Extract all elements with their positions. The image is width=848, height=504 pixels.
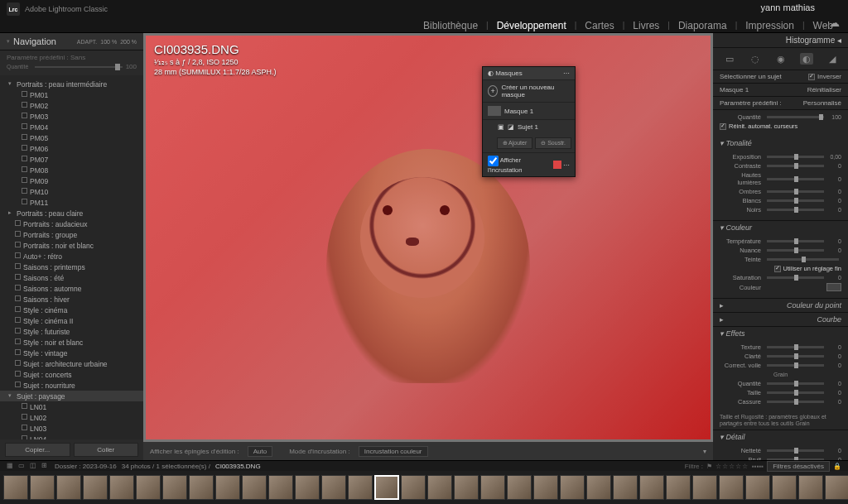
tree-item[interactable]: Saisons : hiver <box>0 294 143 305</box>
tree-item[interactable]: Auto+ : rétro <box>0 251 143 262</box>
auto-sliders-checkbox[interactable] <box>720 123 726 130</box>
filmstrip-thumb[interactable] <box>586 475 611 500</box>
tint-slider[interactable] <box>767 249 824 252</box>
filmstrip-thumb[interactable] <box>825 475 848 500</box>
invert-checkbox[interactable] <box>808 74 815 80</box>
star-icons[interactable]: ☆☆☆☆☆ <box>716 463 749 470</box>
subtract-mask-button[interactable]: ⊖ Soustr. <box>535 137 571 149</box>
tree-item[interactable]: Style : cinéma <box>0 305 143 315</box>
tex-slider[interactable] <box>767 346 824 348</box>
crop-tool-icon[interactable]: ▭ <box>723 53 736 65</box>
filmstrip-thumb[interactable] <box>613 475 638 500</box>
filmstrip-thumb[interactable] <box>56 475 81 500</box>
sec-point-head[interactable]: Couleur du point <box>713 299 848 312</box>
nav-header[interactable]: ▾ Navigation ADAPT. 100 % 200 % <box>0 33 143 50</box>
masks-panel[interactable]: ◐ Masques ⋯ + Créer un nouveau masque Ma… <box>482 66 576 177</box>
add-mask-button[interactable]: ⊕ Ajouter <box>497 137 533 149</box>
heal-tool-icon[interactable]: ◌ <box>749 53 762 65</box>
tree-leaf[interactable]: PM11 <box>0 197 143 208</box>
filter-preset-select[interactable]: Filtres désactivés <box>767 461 830 472</box>
filmstrip-thumb[interactable] <box>162 475 187 500</box>
overlay-checkbox[interactable] <box>488 156 499 166</box>
tree-leaf[interactable]: LN02 <box>0 412 143 423</box>
color-swatch-icon[interactable] <box>826 283 841 291</box>
filmstrip-thumb[interactable] <box>560 475 585 500</box>
tree-leaf[interactable]: PM05 <box>0 132 143 143</box>
image-viewport[interactable]: CI003935.DNG ¹⁄₁₂₅ s à ƒ / 2,8, ISO 1250… <box>143 33 713 460</box>
overlay-menu-icon[interactable]: ⋯ <box>563 161 570 169</box>
mask-item-1[interactable]: Masque 1 <box>483 102 575 119</box>
filmstrip-thumb[interactable] <box>215 475 240 500</box>
grain-size-slider[interactable] <box>767 391 824 394</box>
quantity-slider[interactable] <box>35 66 123 68</box>
exp-slider[interactable] <box>767 156 824 158</box>
tree-item[interactable]: Style : noir et blanc <box>0 337 143 348</box>
overlay-mode-select[interactable]: Incrustation couleur <box>359 446 428 457</box>
tree-leaf[interactable]: LN01 <box>0 401 143 412</box>
tree-leaf[interactable]: PM07 <box>0 154 143 165</box>
sec-detail-head[interactable]: Détail <box>726 433 745 441</box>
filmstrip-thumb[interactable] <box>83 475 108 500</box>
tree-leaf[interactable]: PM02 <box>0 100 143 111</box>
tree-item[interactable]: Saisons : été <box>0 272 143 283</box>
module-map[interactable]: Cartes <box>580 20 619 31</box>
plus-icon[interactable]: + <box>488 85 498 97</box>
filmstrip-thumb[interactable] <box>772 475 797 500</box>
filmstrip-thumb[interactable] <box>295 475 320 500</box>
done-chevron-icon[interactable]: ▾ <box>703 448 706 455</box>
tree-leaf[interactable]: LN04 <box>0 434 143 439</box>
copy-button[interactable]: Copier... <box>5 443 70 457</box>
tree-item[interactable]: Portraits : groupe <box>0 229 143 240</box>
preset-value[interactable]: Personnalisé <box>803 99 841 107</box>
filmstrip-thumb[interactable] <box>798 475 823 500</box>
wh-slider[interactable] <box>767 199 824 202</box>
flag-icon[interactable]: ⚑ <box>706 463 712 470</box>
filmstrip-thumb[interactable] <box>321 475 346 500</box>
hl-slider[interactable] <box>767 178 824 180</box>
tree-item[interactable]: Style : vintage <box>0 348 143 358</box>
sec-color-head[interactable]: Couleur <box>726 223 753 232</box>
filmstrip-thumb[interactable] <box>189 475 214 500</box>
select-subject-button[interactable]: Sélectionner un sujet <box>720 73 782 80</box>
grain-amt-slider[interactable] <box>767 382 824 385</box>
tree-leaf[interactable]: PM01 <box>0 89 143 100</box>
tree-item[interactable]: Portraits : audacieux <box>0 218 143 229</box>
tree-leaf[interactable]: PM10 <box>0 186 143 197</box>
tree-leaf[interactable]: PM08 <box>0 165 143 175</box>
filmstrip-thumb[interactable] <box>374 475 399 500</box>
temp-slider[interactable] <box>767 240 824 242</box>
filmstrip-thumb[interactable] <box>666 475 691 500</box>
overlay-color-swatch[interactable] <box>553 161 561 169</box>
sec-tone-head[interactable]: Tonalité <box>726 139 752 147</box>
filmstrip-thumb[interactable] <box>268 475 293 500</box>
filmstrip-thumb[interactable] <box>480 475 505 500</box>
paste-button[interactable]: Coller <box>74 443 139 457</box>
sharp-slider[interactable] <box>767 449 824 452</box>
tree-leaf[interactable]: LN03 <box>0 423 143 434</box>
tree-leaf[interactable]: PM03 <box>0 111 143 122</box>
module-slideshow[interactable]: Diaporama <box>673 20 732 31</box>
module-book[interactable]: Livres <box>628 20 664 31</box>
filmstrip-thumb[interactable] <box>719 475 744 500</box>
tree-item[interactable]: Sujet : nourriture <box>0 380 143 391</box>
pins-select[interactable]: Auto <box>248 446 272 457</box>
filmstrip-thumb[interactable] <box>533 475 558 500</box>
filmstrip-thumb[interactable] <box>348 475 373 500</box>
con-slider[interactable] <box>767 165 824 167</box>
noise-slider[interactable] <box>767 458 824 460</box>
filmstrip[interactable] <box>0 471 848 504</box>
filmstrip-thumb[interactable] <box>639 475 664 500</box>
color-labels[interactable]: ▪▪▪▪▪ <box>752 463 764 470</box>
preset-tree[interactable]: Portraits : peau intermédiairePM01PM02PM… <box>0 75 143 439</box>
tree-leaf[interactable]: PM04 <box>0 122 143 132</box>
create-mask-row[interactable]: + Créer un nouveau masque <box>483 79 575 102</box>
tree-item[interactable]: Saisons : printemps <box>0 262 143 272</box>
redeye-tool-icon[interactable]: ◉ <box>774 53 788 65</box>
survey-icon[interactable]: ⊞ <box>41 462 50 470</box>
cla-slider[interactable] <box>767 355 824 358</box>
tree-item[interactable]: Saisons : automne <box>0 283 143 294</box>
filmstrip-thumb[interactable] <box>30 475 55 500</box>
module-develop[interactable]: Développement <box>492 20 571 31</box>
tree-item[interactable]: Sujet : architecture urbaine <box>0 358 143 369</box>
zoom-100[interactable]: 100 % <box>100 39 117 45</box>
